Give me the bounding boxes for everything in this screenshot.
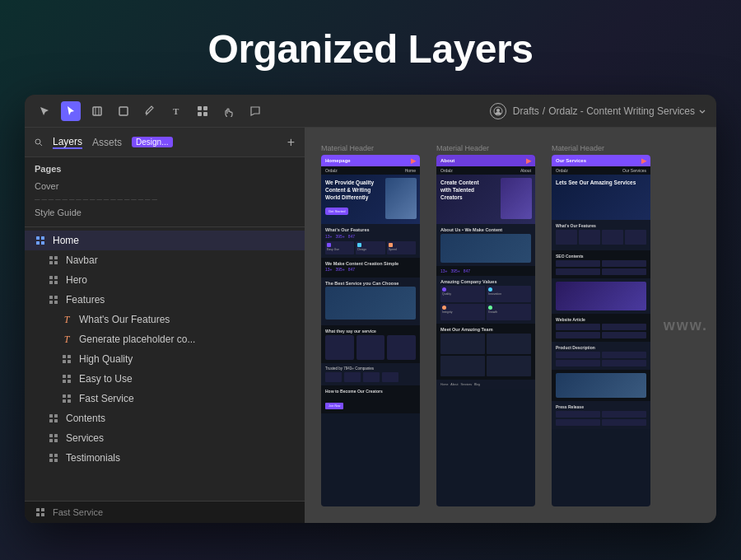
about-us-img bbox=[440, 234, 531, 263]
layer-contents[interactable]: Contents bbox=[25, 408, 305, 428]
services-press-grid bbox=[556, 411, 646, 426]
search-icon bbox=[35, 138, 43, 147]
svg-rect-22 bbox=[54, 276, 58, 279]
svg-rect-47 bbox=[49, 439, 53, 442]
layer-home[interactable]: Home bbox=[25, 231, 305, 250]
seo-item-2 bbox=[602, 260, 646, 267]
frame-tool-icon[interactable] bbox=[87, 101, 107, 121]
trusted-logo-2 bbox=[344, 372, 361, 382]
shape-tool-icon[interactable] bbox=[114, 101, 133, 121]
page-cover[interactable]: Cover bbox=[35, 179, 295, 194]
services-material-header: Material Header bbox=[552, 144, 650, 152]
layer-home-label: Home bbox=[53, 235, 295, 246]
svg-rect-44 bbox=[54, 419, 58, 422]
dots-icon bbox=[48, 254, 59, 266]
svg-rect-40 bbox=[68, 399, 71, 403]
homepage-feature-cards: Easy Use Design Speed bbox=[325, 241, 416, 254]
pr-item-3 bbox=[556, 419, 600, 426]
svg-rect-25 bbox=[49, 296, 53, 299]
services-website-grid bbox=[556, 324, 646, 338]
about-us-title: About Us • We Make Content bbox=[440, 227, 531, 232]
about-company-values: Amazing Company Values Quality Innovatio… bbox=[436, 276, 535, 324]
testimonial-card-2 bbox=[357, 335, 385, 360]
company-val-3: Integrity bbox=[440, 304, 485, 320]
layer-navbar[interactable]: Navbar bbox=[25, 250, 305, 270]
svg-rect-41 bbox=[49, 414, 53, 418]
about-footer-nav: Home About Services Blog bbox=[436, 380, 535, 390]
svg-rect-15 bbox=[36, 241, 40, 245]
svg-rect-17 bbox=[49, 256, 53, 259]
layer-features[interactable]: Features bbox=[25, 290, 305, 310]
app-container: Organized Layers bbox=[0, 0, 741, 523]
svg-rect-3 bbox=[119, 107, 128, 115]
pen-tool-icon[interactable] bbox=[140, 101, 160, 121]
pages-section: Pages Cover ────────────────── Style Gui… bbox=[25, 157, 305, 227]
svg-rect-16 bbox=[41, 241, 44, 245]
layer-high-quality-label: High Quality bbox=[79, 353, 295, 365]
homepage-hero-title: We Provide Quality Content & Writing Wor… bbox=[325, 179, 375, 201]
dots-icon-fast bbox=[61, 393, 72, 404]
move-tool-icon[interactable] bbox=[35, 101, 54, 121]
about-nav-about: About bbox=[520, 168, 531, 173]
homepage-stat-1: 13+ bbox=[325, 234, 332, 239]
services-website-article: Website Article bbox=[552, 314, 650, 342]
comment-tool-icon[interactable] bbox=[245, 101, 265, 121]
svg-rect-55 bbox=[36, 513, 40, 516]
svg-rect-20 bbox=[54, 261, 58, 264]
svg-rect-21 bbox=[49, 276, 53, 279]
homepage-how-to: How to Become Our Creators Join Now bbox=[321, 385, 420, 413]
about-us-section: About Us • We Make Content bbox=[436, 224, 535, 266]
homepage-hero-btn: Get Started bbox=[325, 208, 348, 215]
homepage-tab-label: Homepage bbox=[325, 158, 351, 163]
svg-rect-27 bbox=[49, 301, 53, 304]
sf-2 bbox=[579, 230, 600, 245]
tab-design[interactable]: Design... bbox=[132, 137, 172, 147]
homepage-preview-frame: Homepage ▶ Ordalz Home We Pro bbox=[321, 155, 420, 506]
svg-rect-37 bbox=[63, 394, 66, 398]
layer-fast-service[interactable]: Fast Service bbox=[25, 389, 305, 408]
svg-rect-33 bbox=[63, 375, 66, 378]
homepage-nav-logo: Ordalz bbox=[325, 168, 338, 173]
canvas-area: Material Header Homepage ▶ Ordalz bbox=[305, 128, 716, 523]
page-title: Organized Layers bbox=[0, 26, 741, 72]
layer-services[interactable]: Services bbox=[25, 428, 305, 448]
chevron-down-icon bbox=[698, 107, 706, 115]
dots-icon-contents bbox=[48, 413, 59, 424]
layer-fast-service-label: Fast Service bbox=[79, 393, 295, 404]
homepage-stats-row: 13+ 395+ 847 bbox=[325, 234, 416, 239]
layer-easy-to-use[interactable]: Easy to Use bbox=[25, 369, 305, 389]
services-tab: Our Services ▶ bbox=[552, 155, 650, 166]
svg-rect-43 bbox=[49, 419, 53, 422]
page-style-guide[interactable]: Style Guide bbox=[35, 205, 295, 220]
component-tool-icon[interactable] bbox=[193, 101, 212, 121]
svg-rect-46 bbox=[54, 434, 58, 437]
layer-generate-placeholder[interactable]: T Generate placeholder co... bbox=[25, 329, 305, 349]
svg-rect-34 bbox=[68, 375, 71, 378]
layer-testimonials[interactable]: Testimonials bbox=[25, 448, 305, 468]
about-tab-icon: ▶ bbox=[526, 157, 531, 165]
layer-navbar-label: Navbar bbox=[66, 254, 295, 266]
svg-rect-14 bbox=[41, 236, 44, 240]
tab-layers[interactable]: Layers bbox=[53, 136, 82, 149]
select-tool-icon[interactable] bbox=[61, 101, 81, 121]
layer-whats-features[interactable]: T What's Our Features bbox=[25, 310, 305, 329]
toolbar: T bbox=[25, 95, 716, 128]
layer-tooltip-label: Fast Service bbox=[53, 507, 103, 517]
hand-tool-icon[interactable] bbox=[219, 101, 239, 121]
add-page-button[interactable]: + bbox=[287, 135, 295, 150]
company-val-4: Growth bbox=[487, 304, 531, 320]
homepage-testimonials: What they say our service bbox=[321, 325, 420, 363]
layer-high-quality[interactable]: High Quality bbox=[25, 349, 305, 369]
layer-hero[interactable]: Hero bbox=[25, 270, 305, 290]
homepage-hero: We Provide Quality Content & Writing Wor… bbox=[321, 175, 420, 224]
text-tool-icon[interactable]: T bbox=[166, 101, 186, 121]
tab-assets[interactable]: Assets bbox=[92, 137, 122, 148]
content-area: T bbox=[0, 95, 741, 523]
about-footer-links: Home About Services Blog bbox=[440, 383, 531, 386]
about-hero-title: Create Content with Talented Creators bbox=[440, 179, 491, 201]
homepage-how-to-btn: Join Now bbox=[325, 403, 343, 409]
about-stat-1: 13+ bbox=[440, 268, 447, 273]
layer-easy-to-use-label: Easy to Use bbox=[79, 373, 295, 385]
services-nav-logo: Ordalz bbox=[556, 168, 568, 173]
wa-item-2 bbox=[602, 324, 646, 330]
